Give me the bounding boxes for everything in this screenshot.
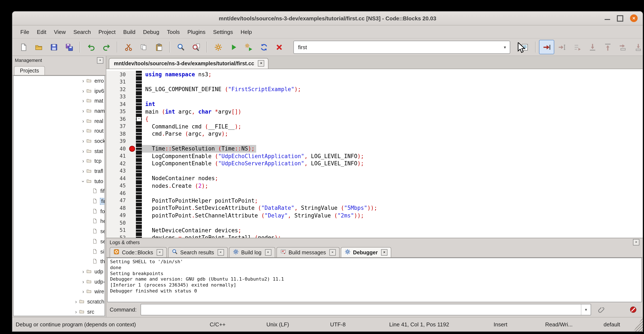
build-button[interactable] [210, 40, 226, 54]
tree-item-src[interactable]: ›src [14, 307, 104, 316]
chevron-right-icon[interactable]: › [80, 148, 86, 154]
new-file-button[interactable] [16, 40, 31, 54]
code-line[interactable]: 48 pointToPoint.SetDeviceAttribute ("Dat… [106, 204, 643, 212]
code-line[interactable]: 46 [106, 189, 643, 197]
close-button[interactable]: × [630, 15, 638, 22]
breakpoint-margin[interactable] [128, 71, 136, 78]
tree-item-th[interactable]: th [14, 257, 104, 267]
logs-tab-close-button[interactable]: × [156, 249, 163, 256]
code-line[interactable]: 43 [106, 167, 643, 175]
editor-tab-first-cc[interactable]: mnt/dev/tools/source/ns-3-dev/examples/t… [109, 58, 269, 69]
command-input[interactable] [141, 304, 581, 315]
open-file-button[interactable] [31, 40, 46, 54]
breakpoint-margin[interactable] [128, 152, 136, 160]
tree-item-trafl[interactable]: ›trafl [14, 166, 104, 176]
breakpoint-margin[interactable] [128, 197, 136, 204]
menu-help[interactable]: Help [237, 27, 256, 37]
tree-item-he[interactable]: he [14, 216, 104, 226]
cut-button[interactable] [121, 40, 136, 54]
breakpoint-margin[interactable] [128, 93, 136, 101]
line-number[interactable]: 48 [106, 204, 128, 212]
code-line[interactable]: 34int [106, 101, 643, 108]
redo-button[interactable] [99, 40, 114, 54]
menu-edit[interactable]: Edit [33, 27, 50, 37]
tree-item-si[interactable]: si [14, 246, 104, 256]
menu-view[interactable]: View [50, 27, 70, 37]
code-line[interactable]: 44 NodeContainer nodes; [106, 175, 643, 182]
breakpoint-margin[interactable] [128, 145, 136, 152]
menu-build[interactable]: Build [120, 27, 139, 37]
breakpoint-margin[interactable] [128, 130, 136, 138]
build-and-run-button[interactable] [241, 40, 256, 54]
code-line[interactable]: 30using namespace ns3; [106, 71, 643, 78]
chevron-right-icon[interactable]: › [80, 118, 86, 124]
code-line[interactable]: 47 PointToPointHelper pointToPoint; [106, 197, 643, 204]
save-all-button[interactable] [62, 40, 77, 54]
logs-tab-close-button[interactable]: × [381, 249, 388, 256]
line-number[interactable]: 37 [106, 123, 128, 130]
menu-search[interactable]: Search [70, 27, 95, 37]
save-file-button[interactable] [46, 40, 62, 54]
project-tree[interactable]: ›erro›ipv6›mat›nam›real›rout›sock›stat›t… [13, 76, 105, 316]
logs-tab-code-blocks[interactable]: Code::Blocks× [110, 247, 166, 257]
code-line[interactable]: 33 [106, 93, 643, 101]
line-number[interactable]: 50 [106, 219, 128, 227]
log-output[interactable]: Setting SHELL to '/bin/sh'doneSetting br… [107, 258, 642, 302]
menu-settings[interactable]: Settings [209, 27, 237, 37]
menu-tools[interactable]: Tools [163, 27, 184, 37]
tree-item-tuto[interactable]: ›tuto [14, 176, 104, 186]
breakpoint-margin[interactable] [128, 101, 136, 108]
undo-button[interactable] [84, 40, 99, 54]
find-button[interactable] [173, 40, 188, 54]
breakpoint-margin[interactable] [128, 189, 136, 197]
breakpoint-margin[interactable] [128, 234, 136, 238]
code-line[interactable]: 42 LogComponentEnable ("UdpEchoServerApp… [106, 160, 643, 167]
tree-item-rout[interactable]: ›rout [14, 126, 104, 136]
breakpoint-margin[interactable] [128, 115, 136, 123]
menu-file[interactable]: File [16, 27, 33, 37]
tab-projects[interactable]: Projects [14, 66, 45, 75]
chevron-down-icon[interactable]: ▾ [581, 304, 591, 315]
debug-continue-button[interactable] [539, 40, 554, 54]
code-line[interactable]: 41 LogComponentEnable ("UdpEchoClientApp… [106, 152, 643, 160]
chevron-right-icon[interactable]: › [80, 108, 86, 114]
breakpoint-margin[interactable] [128, 160, 136, 167]
chevron-right-icon[interactable]: › [73, 299, 79, 305]
logs-tab-close-button[interactable]: × [330, 249, 336, 256]
breakpoint-margin[interactable] [128, 175, 136, 182]
code-line[interactable]: 50 [106, 219, 643, 227]
tree-item-mat[interactable]: ›mat [14, 96, 104, 106]
code-line[interactable]: 32NS_LOG_COMPONENT_DEFINE ("FirstScriptE… [106, 86, 643, 93]
breakpoint-margin[interactable] [128, 86, 136, 93]
find-in-files-button[interactable] [188, 40, 204, 54]
chevron-right-icon[interactable]: › [73, 309, 79, 315]
menu-project[interactable]: Project [95, 27, 120, 37]
tree-item-stat[interactable]: ›stat [14, 146, 104, 156]
line-number[interactable]: 45 [106, 182, 128, 189]
chevron-right-icon[interactable]: › [80, 289, 86, 295]
copy-button[interactable] [136, 40, 151, 54]
line-number[interactable]: 40 [106, 145, 128, 152]
line-number[interactable]: 31 [106, 78, 128, 86]
resize-grip-icon[interactable] [634, 317, 643, 331]
tree-item-se[interactable]: se [14, 236, 104, 246]
logs-close-button[interactable]: × [633, 239, 639, 245]
line-number[interactable]: 35 [106, 108, 128, 115]
code-area[interactable]: 30using namespace ns3;3132NS_LOG_COMPONE… [106, 69, 643, 238]
copy-output-button[interactable] [611, 304, 623, 315]
chevron-right-icon[interactable]: › [80, 138, 86, 144]
tree-item-udp[interactable]: ›udp [14, 267, 104, 276]
menu-plugins[interactable]: Plugins [184, 27, 209, 37]
chevron-right-icon[interactable]: › [80, 128, 86, 134]
select-target-button[interactable] [517, 40, 532, 54]
attach-button[interactable] [595, 304, 607, 315]
chevron-right-icon[interactable]: › [80, 269, 86, 275]
breakpoint-margin[interactable] [128, 219, 136, 227]
editor-tab-close-button[interactable]: × [258, 60, 264, 67]
chevron-down-icon[interactable]: ▾ [500, 45, 510, 49]
chevron-right-icon[interactable]: › [80, 78, 86, 84]
breakpoint-margin[interactable] [128, 78, 136, 86]
tree-item-se[interactable]: se [14, 227, 104, 236]
line-number[interactable]: 30 [106, 71, 128, 78]
breakpoint-margin[interactable] [128, 138, 136, 145]
